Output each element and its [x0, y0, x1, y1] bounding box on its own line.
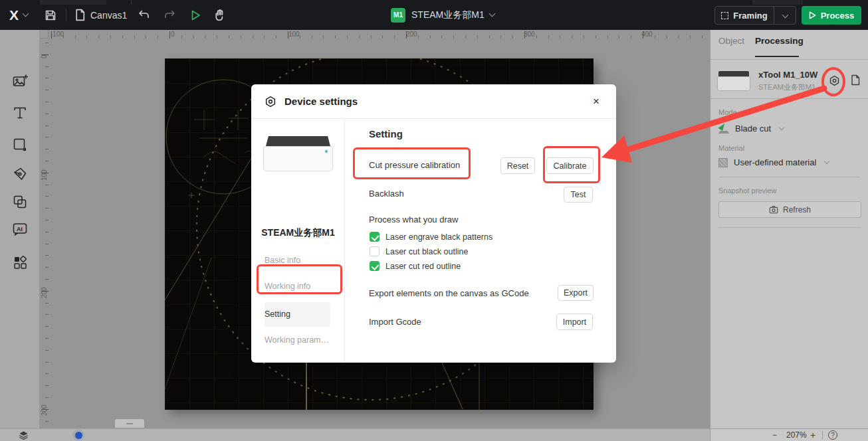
camera-icon [769, 205, 778, 214]
checkbox-label: Laser cut black outline [385, 247, 468, 256]
pen-icon [12, 166, 28, 182]
pen-tool[interactable] [12, 166, 28, 182]
chevron-down-icon [782, 11, 788, 18]
color-ring [72, 429, 84, 441]
framing-button[interactable]: Framing [715, 7, 774, 24]
shape-tool[interactable] [12, 137, 28, 153]
refresh-button[interactable]: Refresh [718, 201, 861, 218]
shape-icon [12, 137, 28, 153]
hand-icon [213, 8, 227, 22]
test-button[interactable]: Test [564, 187, 593, 203]
tab-object[interactable]: Object [718, 36, 744, 46]
zoom-level: 207% [786, 429, 807, 441]
help-button[interactable]: ? [828, 429, 837, 441]
gear-icon [265, 96, 276, 108]
checkbox-laser-engrave-black[interactable] [370, 232, 380, 242]
calibrate-button[interactable]: Calibrate [546, 157, 594, 174]
ai-tool[interactable]: AI [12, 221, 28, 237]
menu-working-param[interactable]: Working param… [265, 335, 332, 345]
device-selector[interactable]: M1 STEAM业务部M1 [391, 0, 494, 30]
checkbox-laser-cut-red[interactable] [370, 261, 380, 271]
export-button[interactable]: Export [558, 285, 594, 301]
app-menu-button[interactable]: X [9, 0, 28, 30]
zoom-in-button[interactable]: + [810, 429, 815, 441]
device-card-title: xTool M1_10W [758, 70, 817, 80]
framing-icon [721, 12, 728, 19]
chevron-down-icon [23, 11, 29, 17]
top-toolbar: X Canvas1 [0, 0, 868, 30]
backlash-label: Backlash [369, 189, 404, 199]
chevron-down-icon [488, 11, 495, 17]
vertical-ruler [40, 39, 49, 428]
menu-basic-info[interactable]: Basic info [265, 256, 332, 265]
menu-setting[interactable]: Setting [265, 309, 332, 319]
ruler-label: 100 [288, 31, 300, 38]
apps-tool[interactable] [12, 254, 28, 270]
redo-button[interactable] [163, 0, 177, 30]
close-button[interactable]: × [588, 94, 604, 110]
reset-button[interactable]: Reset [500, 157, 535, 174]
snapshot-preview-label: Snapshot preview [718, 187, 776, 195]
run-preview-button[interactable] [189, 0, 202, 30]
statusbar-divider [822, 431, 823, 440]
device-settings-button[interactable] [829, 75, 840, 86]
chevron-down-icon [779, 124, 784, 130]
checkbox-label: Laser engrave black patterns [385, 232, 492, 242]
framing-dropdown-button[interactable] [774, 7, 796, 24]
canvas-tab[interactable]: Canvas1 [74, 0, 127, 30]
blue-color-dot [75, 432, 82, 439]
file-icon [74, 9, 86, 21]
mode-select[interactable]: Blade cut [718, 123, 784, 133]
device-settings-gear-icon [829, 75, 840, 86]
material-label: Material [718, 144, 744, 152]
device-file-icon [850, 74, 861, 86]
status-bar: − 207% + ? [0, 428, 868, 441]
import-button[interactable]: Import [556, 313, 593, 330]
run-icon [189, 9, 202, 22]
ruler-label: 200 [41, 287, 48, 298]
checkbox-laser-cut-black[interactable] [370, 246, 380, 256]
device-thumbnail [717, 68, 750, 92]
checkbox-row: Laser cut red outline [370, 261, 461, 271]
layers-button[interactable] [19, 429, 29, 441]
ruler-label: 0 [41, 54, 48, 58]
undo-button[interactable] [136, 0, 151, 30]
xcs-logo: X [9, 7, 18, 23]
material-swatch-icon [718, 158, 728, 167]
panel-divider [718, 177, 861, 177]
tab-processing[interactable]: Processing [755, 36, 804, 46]
titlebar-remnant-line [131, 0, 132, 5]
modal-header: Device settings × [251, 84, 616, 119]
right-panel: Object Processing xTool M1_10W STEAM业务部M… [710, 30, 868, 428]
boolean-shapes-tool[interactable] [12, 194, 28, 210]
ruler-label: 300 [41, 404, 48, 416]
titlebar-remnant [752, 0, 800, 5]
titlebar-remnant-line [802, 0, 802, 5]
menu-working-info[interactable]: Working info [265, 282, 332, 291]
material-select[interactable]: User-defined material [718, 157, 829, 167]
zoom-out-button[interactable]: − [772, 429, 777, 441]
canvas-scroll-handle[interactable] [115, 419, 144, 428]
hand-tool-button[interactable] [213, 0, 227, 30]
text-icon [12, 105, 28, 121]
blade-cut-icon [718, 123, 729, 133]
ai-icon: AI [12, 221, 28, 237]
mode-label: Mode [718, 108, 737, 116]
left-tool-sidebar: AI [0, 30, 40, 428]
horizontal-ruler [49, 30, 710, 39]
process-button[interactable]: Process [802, 6, 861, 25]
undo-icon [136, 9, 151, 22]
color-indicator-button[interactable] [72, 429, 84, 441]
save-icon [44, 9, 57, 22]
ruler-label: 400 [641, 31, 653, 38]
device-log-button[interactable] [850, 74, 861, 86]
active-tab-underline [755, 56, 799, 57]
modal-device-image [263, 134, 333, 173]
apps-icon [12, 254, 28, 270]
ruler-label: -100 [51, 31, 64, 38]
save-button[interactable] [44, 0, 57, 30]
add-image-tool[interactable] [12, 74, 28, 90]
text-tool[interactable] [12, 105, 28, 121]
ruler-label: 0 [171, 31, 175, 38]
redo-icon [163, 9, 177, 22]
